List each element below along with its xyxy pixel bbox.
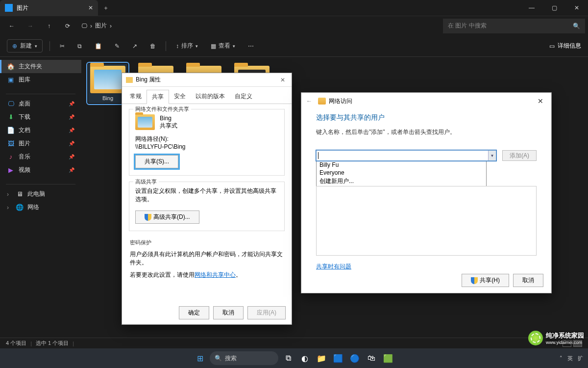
breadcrumb-pictures[interactable]: 图片 [95,22,107,30]
cancel-button[interactable]: 取消 [513,274,543,287]
dialog-titlebar[interactable]: Bing 属性 ✕ [122,73,292,87]
new-tab-button[interactable]: ＋ [98,4,114,12]
sidebar-item-thispc[interactable]: ›🖥此电脑 [0,187,81,201]
sidebar-item-documents[interactable]: 📄文档📌 [0,124,81,137]
chevron-down-icon[interactable]: ▼ [488,151,496,160]
sidebar-item-downloads[interactable]: ⬇下载📌 [0,110,81,124]
paste-button[interactable]: 📋 [92,41,105,52]
share-button[interactable]: ↗ [129,41,140,52]
search-input[interactable]: 在 图片 中搜索 🔍 [443,19,585,33]
dialog-titlebar[interactable]: ← 网络访问 ✕ [301,93,551,109]
ime-mode[interactable]: 扩 [578,355,583,362]
app-button[interactable]: 🟦 [331,351,345,365]
pin-icon[interactable]: 📌 [69,128,74,133]
explorer-button[interactable]: 📁 [315,351,328,365]
dialog-body: 选择要与其共享的用户 键入名称，然后单击"添加"，或者单击箭头查找用户。 ▼ 添… [301,109,551,275]
rename-button[interactable]: ✎ [112,41,122,52]
search-icon[interactable]: 🔍 [573,23,580,29]
edge-button[interactable]: 🔵 [348,351,362,365]
toolbar: ⊕ 新建 ▾ ✂ ⧉ 📋 ✎ ↗ 🗑 ↕排序▾ ▦查看▾ ⋯ ▭ 详细信息 [0,35,588,57]
desktop-icon: 🖵 [7,100,15,108]
sidebar-item-network[interactable]: ›🌐网络 [0,201,81,214]
share-state: 共享式 [160,122,177,130]
sidebar-item-videos[interactable]: ▶视频📌 [0,163,81,177]
dropdown-item-everyone[interactable]: Everyone [317,169,486,177]
tab-custom[interactable]: 自定义 [230,90,257,104]
tab-sharing[interactable]: 共享 [147,90,169,104]
tab-general[interactable]: 常规 [125,90,147,104]
details-pane-button[interactable]: ▭ 详细信息 [549,42,581,50]
view-button[interactable]: ▦查看▾ [208,40,238,52]
pin-icon[interactable]: 📌 [69,141,74,146]
shield-icon [145,214,151,221]
widgets-button[interactable]: ◐ [298,351,312,365]
dropdown-item-billyfu[interactable]: Billy Fu [317,161,486,169]
help-link[interactable]: 共享时有问题 [316,263,351,271]
ime-lang[interactable]: 英 [567,355,573,362]
sidebar-item-music[interactable]: ♪音乐📌 [0,150,81,163]
user-dropdown: Billy Fu Everyone 创建新用户... [316,161,487,186]
user-combobox[interactable]: ▼ [316,150,496,161]
plus-icon: ⊕ [12,43,17,50]
group-title: 网络文件和文件夹共享 [133,105,191,113]
pin-icon[interactable]: 📌 [69,167,74,173]
up-button[interactable]: ↑ [40,18,58,34]
titlebar: 图片 ✕ ＋ — ▢ ✕ [0,0,588,16]
watermark-url: www.yidaimei.com [546,340,584,345]
chevron-right-icon: › [110,23,112,29]
refresh-button[interactable]: ⟳ [59,18,76,34]
pin-icon[interactable]: 📌 [69,101,74,106]
copy-button[interactable]: ⧉ [74,41,85,52]
cancel-button[interactable]: 取消 [213,306,244,319]
chevron-down-icon: ▾ [35,44,37,49]
copy-icon: ⧉ [77,43,82,50]
add-button[interactable]: 添加(A) [502,150,537,161]
watermark: 纯净系统家园 www.yidaimei.com [528,331,584,345]
dropdown-item-newuser[interactable]: 创建新用户... [317,177,486,186]
gallery-icon: ▣ [7,76,15,84]
app-button[interactable]: 🟩 [381,351,395,365]
more-button[interactable]: ⋯ [245,41,257,52]
advanced-share-button[interactable]: 高级共享(D)... [135,210,199,224]
close-button[interactable]: ✕ [535,95,546,107]
separator [6,89,75,94]
sidebar-item-home[interactable]: 🏠主文件夹 [0,60,81,73]
cut-button[interactable]: ✂ [57,41,68,52]
ok-button[interactable]: 确定 [179,306,209,319]
pin-icon[interactable]: 📌 [69,114,74,120]
back-button[interactable]: ← [306,98,312,105]
new-button[interactable]: ⊕ 新建 ▾ [7,39,43,53]
separator: | [30,341,32,346]
sidebar-item-gallery[interactable]: ▣图库 [0,73,81,86]
tab-pictures[interactable]: 图片 ✕ [0,0,98,16]
apply-button[interactable]: 应用(A) [247,306,286,319]
dialog-subtext: 键入名称，然后单击"添加"，或者单击箭头查找用户。 [316,128,537,136]
taskbar-search[interactable]: 🔍搜索 [210,351,278,365]
back-button[interactable]: ← [3,18,21,34]
breadcrumb[interactable]: 🖵 › 图片 › [81,22,112,30]
tab-security[interactable]: 安全 [169,90,191,104]
forward-button[interactable]: → [22,18,39,34]
close-button[interactable]: ✕ [278,77,288,83]
maximize-button[interactable]: ▢ [543,0,565,16]
tray-chevron[interactable]: ˄ [560,355,563,362]
videos-icon: ▶ [7,166,15,174]
sort-button[interactable]: ↕排序▾ [173,40,201,52]
close-tab-icon[interactable]: ✕ [88,4,93,11]
sidebar-item-pictures[interactable]: 🖼图片📌 [0,137,81,150]
chevron-right-icon: › [7,204,12,211]
taskview-button[interactable]: ⧉ [281,351,295,365]
start-button[interactable]: ⊞ [193,351,207,365]
tab-previous[interactable]: 以前的版本 [191,90,230,104]
network-center-link[interactable]: 网络和共享中心 [195,271,236,278]
share-button[interactable]: 共享(H) [462,274,509,287]
store-button[interactable]: 🛍 [365,351,378,365]
pin-icon[interactable]: 📌 [69,154,74,159]
minimize-button[interactable]: — [520,0,543,16]
music-icon: ♪ [7,153,15,161]
delete-button[interactable]: 🗑 [147,41,159,52]
separator [6,180,75,184]
close-window-button[interactable]: ✕ [565,0,588,16]
share-button[interactable]: 共享(S)... [135,155,178,168]
sidebar-item-desktop[interactable]: 🖵桌面📌 [0,97,81,110]
